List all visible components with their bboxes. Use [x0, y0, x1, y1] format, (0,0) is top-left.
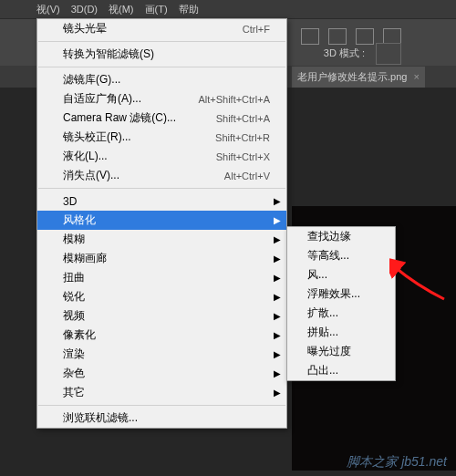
submenu-arrow-icon: ▶	[274, 330, 281, 340]
menu-item-noise[interactable]: 杂色 ▶	[37, 364, 286, 383]
menu-separator	[38, 67, 285, 67]
menu-item-label: 3D	[63, 195, 77, 208]
menubar-item[interactable]: 帮助	[179, 3, 199, 16]
mode-label: 3D 模式 :	[324, 47, 365, 60]
menu-item-label: 扩散...	[307, 305, 338, 321]
menu-item-label: Camera Raw 滤镜(C)...	[63, 110, 176, 126]
filter-menu: 镜头光晕 Ctrl+F 转换为智能滤镜(S) 滤镜库(G)... 自适应广角(A…	[36, 18, 287, 429]
menu-item-distort[interactable]: 扭曲 ▶	[37, 268, 286, 287]
menu-item-label: 等高线...	[307, 248, 349, 264]
submenu-item-extrude[interactable]: 凸出...	[287, 361, 395, 380]
menu-item-label: 凸出...	[307, 363, 338, 378]
file-tab-label: 老用户修改姓名提示.png	[297, 71, 407, 82]
menu-item-blur-gallery[interactable]: 模糊画廊 ▶	[37, 249, 286, 268]
menu-item-label: 扭曲	[63, 270, 85, 285]
menu-item-label: 杂色	[63, 366, 85, 381]
menu-item-label: 滤镜库(G)...	[63, 72, 120, 88]
menu-item-stylize[interactable]: 风格化 ▶	[37, 211, 286, 230]
menu-separator	[38, 405, 285, 406]
menu-item-camera-raw[interactable]: Camera Raw 滤镜(C)... Shift+Ctrl+A	[37, 109, 286, 128]
menu-item-label: 风格化	[63, 212, 96, 228]
menu-item-label: 渲染	[63, 347, 85, 362]
menu-item-label: 模糊	[63, 232, 85, 247]
menu-item-shortcut: Shift+Ctrl+A	[216, 113, 270, 124]
menu-item-vanishing-point[interactable]: 消失点(V)... Alt+Ctrl+V	[37, 166, 286, 185]
submenu-item-emboss[interactable]: 浮雕效果...	[287, 285, 395, 304]
menu-item-label: 像素化	[63, 327, 96, 343]
tool-icon[interactable]	[328, 28, 347, 45]
menu-item-render[interactable]: 渲染 ▶	[37, 345, 286, 364]
menubar-item[interactable]: 画(T)	[145, 3, 168, 16]
menu-item-blur[interactable]: 模糊 ▶	[37, 230, 286, 249]
menu-item-liquify[interactable]: 液化(L)... Shift+Ctrl+X	[37, 147, 286, 166]
menubar-item[interactable]: 视(M)	[109, 3, 134, 16]
submenu-arrow-icon: ▶	[274, 196, 281, 206]
menu-item-label: 消失点(V)...	[63, 168, 119, 183]
submenu-item-tiles[interactable]: 拼贴...	[287, 323, 395, 342]
submenu-item-solarize[interactable]: 曝光过度	[287, 342, 395, 361]
menu-item-lens-correction[interactable]: 镜头校正(R)... Shift+Ctrl+R	[37, 128, 286, 147]
submenu-item-contour[interactable]: 等高线...	[287, 246, 395, 265]
file-tab[interactable]: 老用户修改姓名提示.png ×	[292, 67, 425, 88]
menu-item-sharpen[interactable]: 锐化 ▶	[37, 287, 286, 306]
menu-item-label: 浏览联机滤镜...	[63, 410, 138, 426]
menu-item-label: 液化(L)...	[63, 149, 108, 164]
menu-item-label: 模糊画廊	[63, 251, 107, 266]
tool-icon[interactable]	[301, 28, 319, 45]
menu-item-label: 视频	[63, 308, 85, 324]
menu-item-label: 自适应广角(A)...	[63, 91, 141, 107]
submenu-arrow-icon: ▶	[274, 292, 281, 302]
menu-item-convert-smart[interactable]: 转换为智能滤镜(S)	[37, 45, 286, 64]
menu-item-label: 转换为智能滤镜(S)	[63, 47, 154, 62]
menu-item-filter-gallery[interactable]: 滤镜库(G)...	[37, 70, 286, 89]
menu-item-label: 曝光过度	[307, 344, 351, 359]
menu-item-adaptive-wide[interactable]: 自适应广角(A)... Alt+Shift+Ctrl+A	[37, 89, 286, 109]
menu-item-label: 风...	[307, 267, 327, 283]
menu-separator	[38, 188, 285, 189]
watermark: 脚本之家 jb51.net	[347, 454, 447, 471]
menu-item-shortcut: Shift+Ctrl+X	[216, 151, 270, 162]
submenu-item-wind[interactable]: 风...	[287, 265, 395, 285]
menubar: 视(V) 3D(D) 视(M) 画(T) 帮助	[0, 0, 456, 18]
menu-item-other[interactable]: 其它 ▶	[37, 383, 286, 402]
menu-item-shortcut: Alt+Ctrl+V	[224, 171, 270, 181]
submenu-arrow-icon: ▶	[274, 234, 281, 244]
stylize-submenu: 查找边缘 等高线... 风... 浮雕效果... 扩散... 拼贴... 曝光过…	[286, 226, 396, 381]
menu-separator	[38, 41, 285, 42]
submenu-arrow-icon: ▶	[274, 368, 281, 378]
menu-item-3d[interactable]: 3D ▶	[37, 191, 286, 211]
submenu-arrow-icon: ▶	[274, 388, 281, 398]
submenu-arrow-icon: ▶	[274, 273, 281, 283]
submenu-arrow-icon: ▶	[274, 254, 281, 264]
submenu-item-find-edges[interactable]: 查找边缘	[287, 227, 395, 246]
tool-icon[interactable]	[356, 28, 374, 45]
menu-item-browse-online[interactable]: 浏览联机滤镜...	[37, 409, 286, 428]
submenu-arrow-icon: ▶	[274, 215, 281, 225]
menu-item-label: 查找边缘	[307, 229, 351, 244]
menu-item-label: 镜头校正(R)...	[63, 129, 131, 145]
submenu-arrow-icon: ▶	[274, 311, 281, 321]
mode-dropdown[interactable]	[376, 43, 401, 65]
menu-item-label: 锐化	[63, 289, 85, 305]
menu-item-label: 其它	[63, 385, 85, 400]
menu-item-shortcut: Alt+Shift+Ctrl+A	[198, 94, 270, 105]
menu-item-shortcut: Ctrl+F	[243, 24, 270, 35]
submenu-arrow-icon: ▶	[274, 349, 281, 359]
menu-item-label: 拼贴...	[307, 325, 338, 340]
submenu-item-diffuse[interactable]: 扩散...	[287, 304, 395, 323]
menu-item-pixelate[interactable]: 像素化 ▶	[37, 326, 286, 345]
menu-item-last-filter[interactable]: 镜头光晕 Ctrl+F	[37, 19, 286, 38]
menubar-item[interactable]: 视(V)	[36, 3, 60, 16]
menu-item-shortcut: Shift+Ctrl+R	[215, 132, 270, 143]
menu-item-label: 镜头光晕	[63, 21, 107, 36]
menu-item-video[interactable]: 视频 ▶	[37, 306, 286, 326]
close-icon[interactable]: ×	[413, 71, 419, 82]
menubar-item[interactable]: 3D(D)	[71, 4, 98, 15]
menu-item-label: 浮雕效果...	[307, 286, 360, 302]
